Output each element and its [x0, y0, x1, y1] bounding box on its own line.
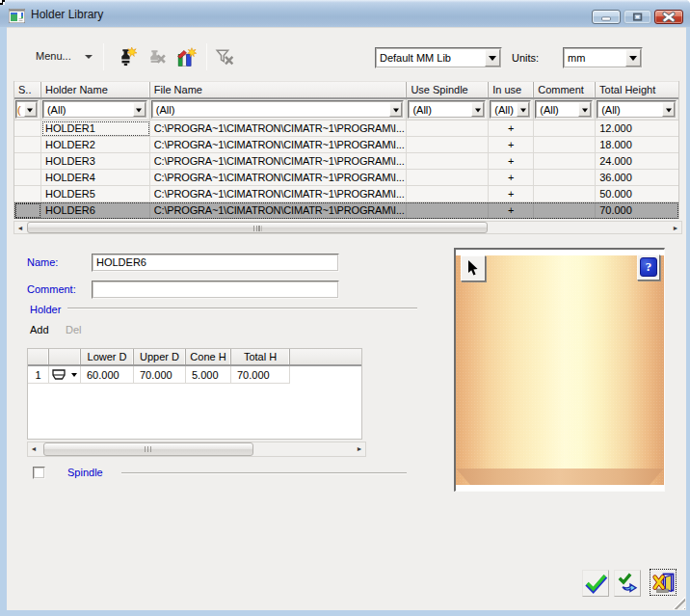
total-height-cell[interactable]: 24.000: [596, 153, 678, 170]
in-use-cell[interactable]: +: [489, 186, 534, 202]
total-height-cell[interactable]: 12.000: [596, 121, 678, 137]
comment-cell[interactable]: [534, 186, 596, 202]
holder-name-cell[interactable]: HOLDER1: [41, 121, 150, 137]
table-row[interactable]: HOLDER3 C:\PROGRA~1\CIMATRON\CIMATR~1\PR…: [14, 153, 678, 170]
segment-horizontal-scrollbar[interactable]: ◄ ►: [27, 442, 366, 457]
restore-button[interactable]: [624, 10, 651, 24]
scrollbar-thumb[interactable]: [27, 222, 488, 233]
table-row[interactable]: HOLDER2 C:\PROGRA~1\CIMATRON\CIMATR~1\PR…: [14, 137, 678, 153]
file-name-cell[interactable]: C:\PROGRA~1\CIMATRON\CIMATR~1\PROGRAM\I.…: [150, 137, 408, 153]
library-combo-arrow-icon[interactable]: [485, 49, 500, 67]
comment-cell[interactable]: [534, 121, 596, 137]
file-name-cell[interactable]: C:\PROGRA~1\CIMATRON\CIMATR~1\PROGRAM\I.…: [150, 202, 408, 219]
filter-combo-arrow-icon[interactable]: [133, 102, 146, 117]
total-height-cell[interactable]: 70.000: [596, 202, 678, 219]
filter-combo-holder-name[interactable]: (All): [42, 100, 147, 119]
use-spindle-cell[interactable]: [407, 202, 489, 219]
menu-button[interactable]: Menu...: [23, 45, 95, 68]
in-use-cell[interactable]: +: [489, 137, 534, 153]
units-combo-arrow-icon[interactable]: [625, 49, 641, 67]
segment-column-total-h[interactable]: Total H: [231, 349, 290, 364]
segment-shape-cell[interactable]: [49, 366, 81, 384]
use-spindle-cell[interactable]: [407, 153, 489, 170]
comment-input[interactable]: [92, 281, 339, 299]
spindle-checkbox[interactable]: [33, 467, 45, 479]
comment-cell[interactable]: [534, 202, 596, 219]
library-combo[interactable]: Default MM Lib: [375, 47, 502, 68]
table-horizontal-scrollbar[interactable]: ◄ ►: [13, 221, 682, 234]
in-use-cell[interactable]: +: [489, 121, 534, 137]
segment-lower-d-cell[interactable]: 60.000: [81, 366, 134, 384]
minimize-button[interactable]: [592, 10, 621, 24]
filter-combo-arrow-icon[interactable]: [24, 102, 37, 117]
segment-upper-d-cell[interactable]: 70.000: [134, 366, 186, 384]
filter-combo-arrow-icon[interactable]: [517, 102, 529, 117]
scroll-right-arrow-icon[interactable]: ►: [670, 222, 681, 233]
units-combo[interactable]: mm: [563, 47, 643, 68]
filter-combo-selected[interactable]: (: [15, 100, 39, 119]
column-header-total-height[interactable]: Total Height: [596, 82, 678, 97]
file-name-cell[interactable]: C:\PROGRA~1\CIMATRON\CIMATR~1\PROGRAM\I.…: [150, 186, 408, 202]
use-spindle-cell[interactable]: [407, 137, 489, 153]
filter-combo-total-height[interactable]: (All): [597, 100, 677, 119]
column-header-in-use[interactable]: In use: [489, 82, 534, 97]
total-height-cell[interactable]: 18.000: [596, 137, 678, 153]
column-header-file-name[interactable]: File Name: [150, 82, 408, 97]
column-header-holder-name[interactable]: Holder Name: [41, 82, 150, 97]
holder-name-cell[interactable]: HOLDER3: [41, 153, 150, 170]
file-name-cell[interactable]: C:\PROGRA~1\CIMATRON\CIMATR~1\PROGRAM\I.…: [150, 153, 408, 170]
holder-name-cell[interactable]: HOLDER6: [41, 202, 150, 219]
holder-preview-pane[interactable]: [454, 248, 665, 492]
holder-name-cell[interactable]: HOLDER5: [41, 186, 150, 202]
select-cursor-button[interactable]: [461, 255, 486, 281]
segment-shape-dropdown-icon[interactable]: [71, 373, 77, 377]
table-row-selected[interactable]: HOLDER6 C:\PROGRA~1\CIMATRON\CIMATR~1\PR…: [14, 202, 678, 219]
comment-cell[interactable]: [534, 153, 596, 170]
delete-segment-button[interactable]: Del: [66, 324, 82, 335]
segment-row[interactable]: 1 60.000 70.000 5.000 70.000: [28, 366, 361, 384]
filter-combo-in-use[interactable]: (All): [490, 100, 531, 119]
filter-combo-arrow-icon[interactable]: [662, 102, 675, 117]
help-button[interactable]: ?: [637, 254, 660, 281]
file-name-cell[interactable]: C:\PROGRA~1\CIMATRON\CIMATR~1\PROGRAM\I.…: [150, 121, 408, 137]
filter-combo-file-name[interactable]: (All): [151, 100, 405, 119]
scroll-left-arrow-icon[interactable]: ◄: [28, 442, 40, 456]
delete-holder-button[interactable]: [145, 45, 168, 68]
file-name-cell[interactable]: C:\PROGRA~1\CIMATRON\CIMATR~1\PROGRAM\I.…: [150, 170, 408, 186]
total-height-cell[interactable]: 50.000: [596, 186, 678, 202]
add-segment-button[interactable]: Add: [30, 324, 49, 335]
filter-combo-arrow-icon[interactable]: [389, 102, 402, 117]
in-use-cell[interactable]: +: [489, 202, 534, 219]
column-header-use-spindle[interactable]: Use Spindle: [407, 82, 489, 97]
use-spindle-cell[interactable]: [407, 186, 489, 202]
ok-button[interactable]: [582, 570, 609, 597]
filter-combo-arrow-icon[interactable]: [471, 102, 484, 117]
holder-name-cell[interactable]: HOLDER4: [41, 170, 150, 186]
segment-column-upper-d[interactable]: Upper D: [134, 349, 186, 364]
column-header-selected[interactable]: S..: [14, 82, 41, 97]
name-input[interactable]: HOLDER6: [92, 254, 339, 272]
comment-cell[interactable]: [534, 137, 596, 153]
use-spindle-cell[interactable]: [407, 170, 489, 186]
scroll-right-arrow-icon[interactable]: ►: [354, 442, 365, 456]
scrollbar-thumb[interactable]: [43, 442, 253, 456]
segment-total-h-cell[interactable]: 70.000: [231, 366, 290, 384]
filter-combo-comment[interactable]: (All): [535, 100, 593, 119]
exit-button[interactable]: [650, 569, 677, 596]
segment-column-cone-h[interactable]: Cone H: [186, 349, 231, 364]
column-header-comment[interactable]: Comment: [534, 82, 596, 97]
segment-cone-h-cell[interactable]: 5.000: [186, 366, 231, 384]
resize-grip[interactable]: [672, 596, 685, 609]
filter-combo-arrow-icon[interactable]: [578, 102, 591, 117]
apply-next-button[interactable]: [614, 570, 641, 597]
new-library-button[interactable]: [174, 45, 198, 68]
table-row[interactable]: HOLDER5 C:\PROGRA~1\CIMATRON\CIMATR~1\PR…: [14, 186, 678, 202]
table-row[interactable]: HOLDER4 C:\PROGRA~1\CIMATRON\CIMATR~1\PR…: [14, 170, 678, 186]
scroll-left-arrow-icon[interactable]: ◄: [14, 222, 26, 233]
in-use-cell[interactable]: +: [489, 170, 534, 186]
comment-cell[interactable]: [534, 170, 596, 186]
segment-column-lower-d[interactable]: Lower D: [81, 349, 134, 364]
close-button[interactable]: [654, 10, 683, 24]
table-row[interactable]: HOLDER1 C:\PROGRA~1\CIMATRON\CIMATR~1\PR…: [14, 121, 678, 137]
clear-filter-button[interactable]: [213, 45, 236, 68]
